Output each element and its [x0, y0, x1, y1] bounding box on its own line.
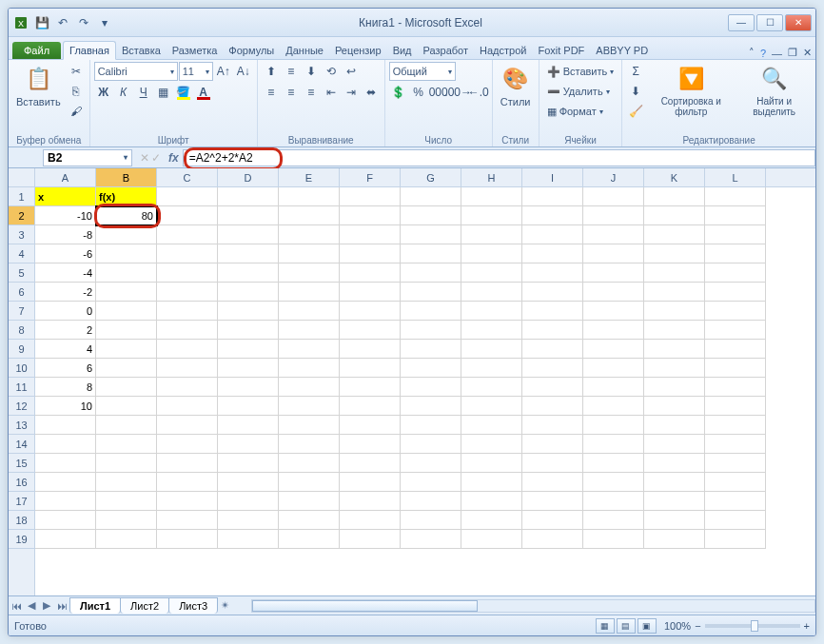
fill-icon[interactable]: ⬇	[626, 82, 645, 101]
cell-K14[interactable]	[644, 435, 705, 454]
cell-B9[interactable]	[96, 340, 157, 359]
row-header-14[interactable]: 14	[9, 435, 34, 454]
format-cells-button[interactable]: ▦Формат▾	[543, 102, 607, 121]
bold-icon[interactable]: Ж	[94, 83, 113, 102]
row-header-13[interactable]: 13	[9, 416, 34, 435]
name-box[interactable]: B2▾	[43, 149, 132, 166]
cells-area[interactable]: xf(x)-1080-8-6-4-20246810	[35, 187, 815, 549]
column-header-E[interactable]: E	[279, 168, 340, 186]
cell-D16[interactable]	[218, 473, 279, 492]
row-header-7[interactable]: 7	[9, 302, 34, 321]
cell-B12[interactable]	[96, 397, 157, 416]
cell-I6[interactable]	[522, 283, 583, 302]
cell-B11[interactable]	[96, 378, 157, 397]
cell-A18[interactable]	[35, 511, 96, 530]
cell-K4[interactable]	[644, 244, 705, 263]
cell-E7[interactable]	[279, 302, 340, 321]
row-header-11[interactable]: 11	[9, 378, 34, 397]
cell-H4[interactable]	[461, 244, 522, 263]
cell-C16[interactable]	[157, 473, 218, 492]
tab-layout[interactable]: Разметка	[167, 42, 224, 59]
cell-B8[interactable]	[96, 321, 157, 340]
new-sheet-icon[interactable]: ✴	[217, 599, 232, 612]
cell-F2[interactable]	[340, 206, 401, 225]
number-format-select[interactable]: Общий▾	[389, 62, 456, 81]
cell-I13[interactable]	[522, 416, 583, 435]
cell-F3[interactable]	[340, 225, 401, 244]
undo-icon[interactable]: ↶	[54, 14, 71, 31]
cell-F7[interactable]	[340, 302, 401, 321]
row-header-10[interactable]: 10	[9, 359, 34, 378]
cell-I16[interactable]	[522, 473, 583, 492]
cell-C19[interactable]	[157, 530, 218, 549]
cell-A6[interactable]: -2	[35, 283, 96, 302]
row-header-12[interactable]: 12	[9, 397, 34, 416]
cell-B17[interactable]	[96, 492, 157, 511]
indent-increase-icon[interactable]: ⇥	[342, 83, 361, 102]
cell-D10[interactable]	[218, 359, 279, 378]
autosum-icon[interactable]: Σ	[626, 62, 645, 81]
cell-F13[interactable]	[340, 416, 401, 435]
row-header-15[interactable]: 15	[9, 454, 34, 473]
file-tab[interactable]: Файл	[12, 42, 61, 59]
cell-J3[interactable]	[583, 225, 644, 244]
cell-G6[interactable]	[401, 283, 461, 302]
column-header-B[interactable]: B	[96, 168, 157, 186]
sort-filter-button[interactable]: 🔽 Сортировка и фильтр	[647, 62, 735, 119]
cell-B1[interactable]: f(x)	[96, 187, 157, 206]
cell-K16[interactable]	[644, 473, 705, 492]
cell-D8[interactable]	[218, 321, 279, 340]
minimize-button[interactable]: —	[728, 14, 755, 31]
sheet-tab-1[interactable]: Лист1	[69, 597, 121, 614]
tab-data[interactable]: Данные	[280, 42, 329, 59]
cell-I18[interactable]	[522, 511, 583, 530]
cell-F4[interactable]	[340, 244, 401, 263]
font-color-icon[interactable]: A	[194, 83, 213, 102]
cell-K17[interactable]	[644, 492, 705, 511]
cell-D18[interactable]	[218, 511, 279, 530]
cell-B10[interactable]	[96, 359, 157, 378]
cell-F17[interactable]	[340, 492, 401, 511]
cell-E12[interactable]	[279, 397, 340, 416]
cell-J10[interactable]	[583, 359, 644, 378]
sheet-tab-2[interactable]: Лист2	[120, 597, 169, 614]
cell-L5[interactable]	[705, 263, 766, 283]
tab-addins[interactable]: Надстрой	[474, 42, 532, 59]
maximize-button[interactable]: ☐	[756, 14, 783, 31]
cancel-formula-icon[interactable]: ✕	[140, 151, 149, 165]
cell-H7[interactable]	[461, 302, 522, 321]
cell-I9[interactable]	[522, 340, 583, 359]
row-header-3[interactable]: 3	[9, 225, 34, 244]
qat-dropdown-icon[interactable]: ▾	[96, 14, 113, 31]
cell-H16[interactable]	[461, 473, 522, 492]
cell-K6[interactable]	[644, 283, 705, 302]
cell-H8[interactable]	[461, 321, 522, 340]
cell-D15[interactable]	[218, 454, 279, 473]
cell-H13[interactable]	[461, 416, 522, 435]
cell-K12[interactable]	[644, 397, 705, 416]
column-header-I[interactable]: I	[522, 168, 583, 186]
cell-G3[interactable]	[401, 225, 461, 244]
row-header-16[interactable]: 16	[9, 473, 34, 492]
cell-I15[interactable]	[522, 454, 583, 473]
column-header-A[interactable]: A	[35, 168, 96, 186]
cell-C17[interactable]	[157, 492, 218, 511]
zoom-in-icon[interactable]: +	[804, 620, 810, 632]
formula-input[interactable]: =A2^2+2*A2	[183, 149, 815, 166]
cell-I1[interactable]	[522, 187, 583, 206]
page-break-view-icon[interactable]: ▣	[638, 618, 657, 634]
cell-K19[interactable]	[644, 530, 705, 549]
column-header-L[interactable]: L	[705, 168, 766, 186]
column-header-J[interactable]: J	[583, 168, 644, 186]
cell-A14[interactable]	[35, 435, 96, 454]
cell-L19[interactable]	[705, 530, 766, 549]
merge-icon[interactable]: ⬌	[362, 83, 381, 102]
cell-H2[interactable]	[461, 206, 522, 225]
cell-K5[interactable]	[644, 263, 705, 283]
cell-F16[interactable]	[340, 473, 401, 492]
cell-H10[interactable]	[461, 359, 522, 378]
minimize-ribbon-icon[interactable]: ˄	[749, 47, 755, 59]
cell-F14[interactable]	[340, 435, 401, 454]
cell-B6[interactable]	[96, 283, 157, 302]
cell-G10[interactable]	[401, 359, 461, 378]
